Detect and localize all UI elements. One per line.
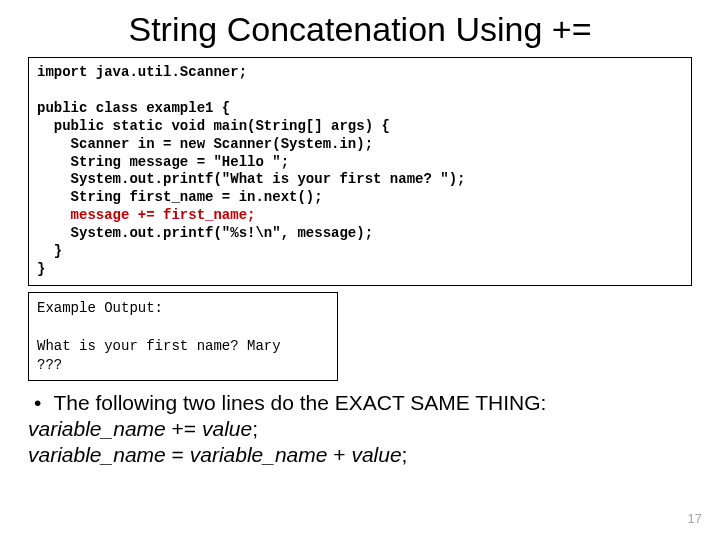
code-line: public static void main(String[] args) { [37,118,390,134]
output-block: Example Output: What is your first name?… [28,292,338,382]
output-line: What is your first name? Mary [37,338,281,354]
code-line-highlight: message += first_name; [37,207,255,223]
semicolon: ; [252,417,258,440]
code-line: Scanner in = new Scanner(System.in); [37,136,373,152]
code-line: String first_name = in.next(); [37,189,323,205]
bullet-dot: • [28,391,48,415]
value: value [202,417,252,440]
code-line: import java.util.Scanner; [37,64,247,80]
code-line: System.out.printf("%s!\n", message); [37,225,373,241]
page-number: 17 [688,511,702,526]
output-line: ??? [37,357,62,373]
op: = [166,443,190,466]
slide-title: String Concatenation Using += [28,10,692,49]
code-line: } [37,243,62,259]
op: += [166,417,202,440]
op: + [327,443,351,466]
equiv-line-2: variable_name = variable_name + value; [28,443,692,467]
code-block: import java.util.Scanner; public class e… [28,57,692,286]
var-name: variable_name [190,443,328,466]
output-label: Example Output: [37,300,163,316]
value: value [351,443,401,466]
bullet-text: The following two lines do the EXACT SAM… [53,391,546,414]
code-line: System.out.printf("What is your first na… [37,171,465,187]
var-name: variable_name [28,417,166,440]
var-name: variable_name [28,443,166,466]
code-line: public class example1 { [37,100,230,116]
slide: String Concatenation Using += import jav… [0,0,720,540]
semicolon: ; [402,443,408,466]
code-line: String message = "Hello "; [37,154,289,170]
bullet-line: • The following two lines do the EXACT S… [28,391,692,415]
code-line: } [37,261,45,277]
equiv-line-1: variable_name += value; [28,417,692,441]
